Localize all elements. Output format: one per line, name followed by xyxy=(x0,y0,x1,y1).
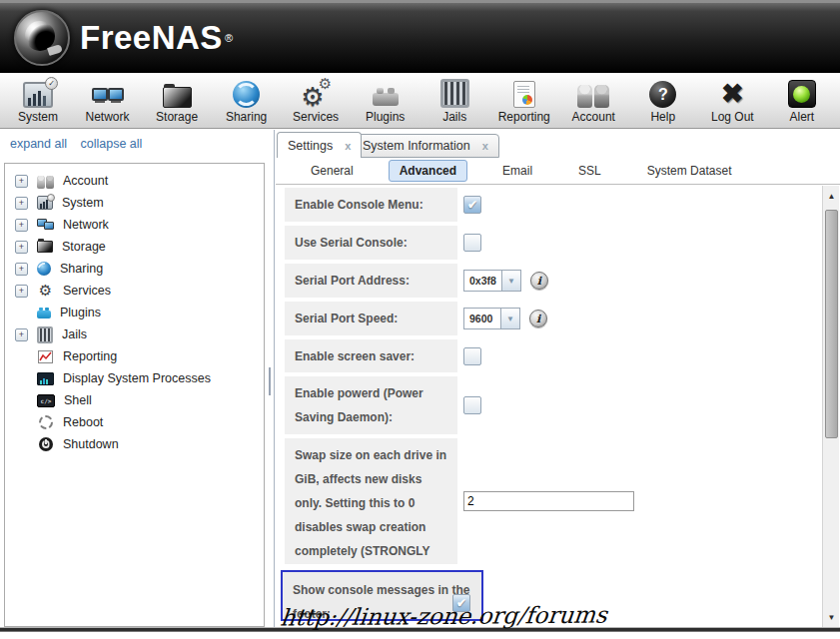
swap-size-input[interactable] xyxy=(463,491,634,511)
network-icon xyxy=(37,217,54,234)
brand-name: FreeNAS xyxy=(80,19,223,57)
tab-advanced[interactable]: Advanced xyxy=(389,160,467,182)
toolbar-label: Network xyxy=(86,110,130,124)
toolbar-item-system[interactable]: System xyxy=(4,73,72,128)
enable-console-menu-checkbox[interactable]: ✔ xyxy=(463,196,481,214)
watermark-text: http://linux-zone.org/forums xyxy=(280,602,609,631)
sidebar-item-reboot[interactable]: Reboot xyxy=(5,411,264,433)
sidebar-item-label: Shell xyxy=(64,393,92,407)
sidebar-item-services[interactable]: + Services xyxy=(5,280,264,302)
sidebar-item-plugins[interactable]: Plugins xyxy=(5,302,264,323)
main-toolbar: System Network Storage Sharing Services … xyxy=(0,73,840,129)
reporting-icon xyxy=(513,80,535,108)
expand-all-link[interactable]: expand all xyxy=(10,137,67,151)
tab-ssl[interactable]: SSL xyxy=(567,160,612,182)
vertical-scrollbar[interactable]: ▲ ▼ xyxy=(822,186,839,627)
toolbar-label: Plugins xyxy=(366,110,405,124)
expander-plus-icon[interactable]: + xyxy=(15,328,28,341)
collapse-all-link[interactable]: collapse all xyxy=(80,137,142,151)
logout-icon: ✖ xyxy=(721,80,744,108)
storage-icon xyxy=(37,241,53,253)
registered-mark: ® xyxy=(225,32,233,44)
field-label: Enable Console Menu: xyxy=(285,188,457,222)
processes-icon xyxy=(37,372,54,385)
close-icon[interactable]: x xyxy=(482,140,488,152)
toolbar-item-network[interactable]: Network xyxy=(74,73,142,128)
sharing-icon xyxy=(37,262,51,276)
sidebar-item-label: Reporting xyxy=(63,349,117,363)
toolbar-item-alert[interactable]: Alert xyxy=(768,73,836,128)
scroll-up-icon[interactable]: ▲ xyxy=(823,188,840,204)
system-icon xyxy=(23,80,53,108)
sidebar-item-jails[interactable]: + Jails xyxy=(5,323,264,345)
toolbar-label: Alert xyxy=(790,110,815,124)
tab-general[interactable]: General xyxy=(300,160,365,182)
serial-port-address-select[interactable]: 0x3f8 ▼ xyxy=(463,270,521,292)
toolbar-item-storage[interactable]: Storage xyxy=(143,73,211,128)
sidebar-item-label: Shutdown xyxy=(63,437,119,451)
tab-email[interactable]: Email xyxy=(491,160,543,182)
storage-icon xyxy=(163,80,192,108)
system-icon xyxy=(37,196,53,210)
tab-label: Settings xyxy=(288,139,333,153)
serial-port-speed-select[interactable]: 9600 ▼ xyxy=(463,308,520,329)
reboot-icon xyxy=(37,414,54,431)
toolbar-item-jails[interactable]: Jails xyxy=(420,73,488,128)
scrollbar-thumb[interactable] xyxy=(825,210,838,438)
enable-powerd-checkbox[interactable] xyxy=(463,396,481,414)
expander-plus-icon[interactable]: + xyxy=(15,285,28,298)
toolbar-item-help[interactable]: ? Help xyxy=(629,73,697,128)
plugins-icon xyxy=(373,80,399,108)
info-icon[interactable]: i xyxy=(530,272,548,290)
toolbar-item-services[interactable]: Services xyxy=(282,73,350,128)
scroll-down-icon[interactable]: ▼ xyxy=(823,609,840,625)
account-icon xyxy=(37,173,54,190)
sidebar-item-storage[interactable]: + Storage xyxy=(5,236,264,258)
toolbar-label: System xyxy=(18,110,58,124)
services-icon xyxy=(37,283,54,300)
tab-settings[interactable]: Settings x xyxy=(277,132,362,158)
form-row: Serial Port Speed: 9600 ▼ i xyxy=(285,302,547,335)
network-icon xyxy=(92,80,124,108)
sidebar-item-label: Plugins xyxy=(60,306,101,320)
plugins-icon xyxy=(37,311,51,319)
splitter-handle-icon[interactable] xyxy=(269,367,271,395)
sidebar-item-shutdown[interactable]: Shutdown xyxy=(5,433,264,455)
sidebar-item-shell[interactable]: c/> Shell xyxy=(5,389,264,411)
select-value: 9600 xyxy=(464,309,500,328)
expander-plus-icon[interactable]: + xyxy=(15,241,28,254)
use-serial-console-checkbox[interactable] xyxy=(463,234,481,252)
shell-icon: c/> xyxy=(37,394,55,407)
expander-plus-icon[interactable]: + xyxy=(15,197,28,210)
toolbar-label: Jails xyxy=(442,110,466,124)
toolbar-item-reporting[interactable]: Reporting xyxy=(490,73,558,128)
enable-screen-saver-checkbox[interactable] xyxy=(463,347,481,365)
toolbar-item-account[interactable]: Account xyxy=(559,73,627,128)
expander-plus-icon[interactable]: + xyxy=(15,219,28,232)
sidebar-item-display-system-processes[interactable]: Display System Processes xyxy=(5,367,264,389)
panel-splitter[interactable] xyxy=(268,130,275,627)
field-label: Enable screen saver: xyxy=(285,339,457,372)
sidebar-item-label: Storage xyxy=(62,240,106,254)
chevron-down-icon[interactable]: ▼ xyxy=(501,271,520,291)
sidebar-item-system[interactable]: + System xyxy=(5,192,264,214)
toolbar-item-plugins[interactable]: Plugins xyxy=(352,73,420,128)
expander-plus-icon[interactable]: + xyxy=(15,175,28,188)
shark-logo-icon xyxy=(14,10,70,66)
sidebar-item-network[interactable]: + Network xyxy=(5,214,264,236)
toolbar-item-logout[interactable]: ✖ Log Out xyxy=(698,73,766,128)
expander-plus-icon[interactable]: + xyxy=(15,263,28,276)
tab-system-information[interactable]: System Information x xyxy=(352,134,499,158)
sidebar-item-reporting[interactable]: Reporting xyxy=(5,345,264,367)
toolbar-item-sharing[interactable]: Sharing xyxy=(213,73,281,128)
app-header: FreeNAS ® xyxy=(0,0,840,73)
sidebar-item-sharing[interactable]: + Sharing xyxy=(5,258,264,280)
info-icon[interactable]: i xyxy=(529,310,547,327)
close-icon[interactable]: x xyxy=(345,140,351,152)
form-row: Serial Port Address: 0x3f8 ▼ i xyxy=(285,264,548,298)
tab-system-dataset[interactable]: System Dataset xyxy=(636,160,743,182)
chevron-down-icon[interactable]: ▼ xyxy=(500,309,519,328)
sidebar-item-label: Network xyxy=(63,218,109,232)
sharing-icon xyxy=(233,80,260,108)
sidebar-item-account[interactable]: + Account xyxy=(5,170,264,192)
